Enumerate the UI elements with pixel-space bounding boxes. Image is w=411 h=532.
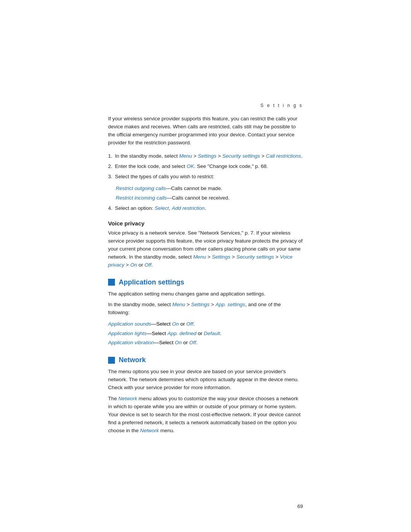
- link-network-1[interactable]: Network: [118, 396, 137, 401]
- step-4-text: Select an option: Select, Add restrictio…: [115, 205, 206, 211]
- link-app-sounds[interactable]: Application sounds: [108, 321, 151, 327]
- link-security-settings[interactable]: Security settings: [222, 153, 260, 159]
- step-3: 3. Select the types of calls you wish to…: [108, 173, 303, 181]
- link-on-sounds[interactable]: On: [172, 321, 179, 327]
- step-3-text: Select the types of calls you wish to re…: [115, 174, 214, 179]
- restrict-outgoing: Restrict outgoing calls—Calls cannot be …: [116, 184, 303, 193]
- network-icon: [108, 357, 115, 364]
- app-sounds-text: —Select On or Off.: [151, 321, 194, 327]
- content-area: S e t t i n g s If your wireless service…: [0, 0, 411, 468]
- link-add-restriction[interactable]: Add restriction: [172, 205, 204, 211]
- network-title: Network: [119, 356, 146, 364]
- link-menu-app[interactable]: Menu: [172, 302, 185, 307]
- network-para1: The menu options you see in your device …: [108, 368, 303, 392]
- app-vibration-text: —Select On or Off.: [154, 340, 198, 345]
- network-heading-container: Network: [108, 356, 303, 364]
- app-vibration-item: Application vibration—Select On or Off.: [108, 339, 303, 347]
- page-number: 69: [298, 503, 303, 509]
- app-sounds-item: Application sounds—Select On or Off.: [108, 320, 303, 328]
- link-restrict-outgoing[interactable]: Restrict outgoing calls: [116, 185, 166, 191]
- link-menu-1[interactable]: Menu: [179, 153, 192, 159]
- step-4-number: 4.: [108, 204, 112, 212]
- link-menu-vp[interactable]: Menu: [193, 254, 206, 260]
- voice-privacy-paragraph: Voice privacy is a network service. See …: [108, 229, 303, 269]
- section-header: S e t t i n g s: [108, 103, 303, 108]
- link-off-sounds[interactable]: Off: [186, 321, 193, 327]
- link-call-restrictions[interactable]: Call restrictions: [266, 153, 301, 159]
- link-settings-vp[interactable]: Settings: [212, 254, 231, 260]
- app-lights-item: Application lights—Select App. defined o…: [108, 329, 303, 338]
- voice-privacy-heading-container: Voice privacy: [108, 220, 303, 227]
- link-app-vibration[interactable]: Application vibration: [108, 340, 154, 345]
- link-app-defined[interactable]: App. defined: [167, 331, 196, 336]
- link-restrict-incoming[interactable]: Restrict incoming calls: [116, 195, 167, 201]
- step-2-number: 2.: [108, 163, 112, 171]
- voice-privacy-heading: Voice privacy: [108, 220, 145, 227]
- link-settings-1[interactable]: Settings: [198, 153, 217, 159]
- link-on-vp[interactable]: On: [130, 262, 137, 268]
- step-3-number: 3.: [108, 173, 112, 181]
- app-settings-para2: In the standby mode, select Menu > Setti…: [108, 301, 303, 317]
- link-ok[interactable]: OK: [186, 163, 194, 169]
- app-lights-text: —Select App. defined or Default.: [147, 331, 221, 336]
- step-1: 1. In the standby mode, select Menu > Se…: [108, 152, 303, 160]
- step-2: 2. Enter the lock code, and select OK. S…: [108, 163, 303, 171]
- steps-list: 1. In the standby mode, select Menu > Se…: [108, 152, 303, 181]
- link-default[interactable]: Default: [204, 331, 220, 336]
- app-settings-title: Application settings: [119, 278, 184, 286]
- link-off-vibration[interactable]: Off: [189, 340, 196, 345]
- app-settings-para1: The application setting menu changes gam…: [108, 290, 303, 298]
- restrict-outgoing-text: —Calls cannot be made.: [166, 185, 222, 191]
- intro-paragraph: If your wireless service provider suppor…: [108, 115, 303, 147]
- link-select[interactable]: Select: [155, 205, 169, 211]
- restrict-incoming-text: —Calls cannot be received.: [167, 195, 229, 201]
- step-2-text: Enter the lock code, and select OK. See …: [115, 163, 268, 169]
- step-1-text: In the standby mode, select Menu > Setti…: [115, 153, 303, 159]
- network-para2: The Network menu allows you to customize…: [108, 395, 303, 435]
- app-settings-items: Application sounds—Select On or Off. App…: [108, 320, 303, 347]
- application-settings-icon: [108, 279, 115, 286]
- section-header-text: S e t t i n g s: [260, 103, 303, 108]
- page: S e t t i n g s If your wireless service…: [0, 0, 411, 532]
- link-on-vibration[interactable]: On: [175, 340, 182, 345]
- step-4: 4. Select an option: Select, Add restric…: [108, 204, 303, 212]
- restrict-incoming: Restrict incoming calls—Calls cannot be …: [116, 194, 303, 202]
- restrict-items: Restrict outgoing calls—Calls cannot be …: [108, 184, 303, 202]
- link-off-vp[interactable]: Off: [145, 262, 151, 268]
- link-network-2[interactable]: Network: [140, 428, 159, 433]
- link-settings-app[interactable]: Settings: [191, 302, 210, 307]
- step-4-list: 4. Select an option: Select, Add restric…: [108, 204, 303, 212]
- link-app-lights[interactable]: Application lights: [108, 331, 147, 336]
- link-security-vp[interactable]: Security settings: [236, 254, 274, 260]
- link-app-settings[interactable]: App. settings: [215, 302, 245, 307]
- step-1-number: 1.: [108, 152, 112, 160]
- app-settings-heading-container: Application settings: [108, 278, 303, 286]
